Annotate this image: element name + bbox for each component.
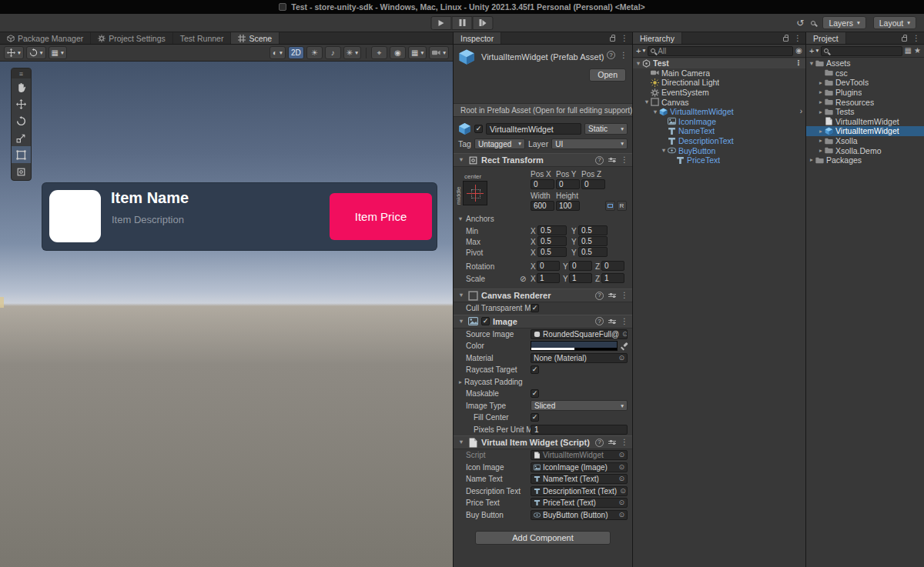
pos-z-field[interactable]: 0 — [581, 179, 605, 189]
maskable-checkbox[interactable]: ✓ — [531, 389, 539, 398]
object-picker-icon[interactable]: ⊙ — [618, 355, 625, 362]
foldout-icon[interactable]: ▼ — [457, 157, 465, 163]
layers-dropdown[interactable]: Layers ▾ — [822, 16, 865, 29]
presets-icon[interactable] — [608, 439, 616, 445]
pause-button[interactable] — [452, 16, 473, 30]
scale-y-field[interactable]: 1 — [569, 273, 592, 283]
kebab-menu-icon[interactable]: ⋮ — [621, 292, 628, 299]
create-asset-button[interactable]: + ▾ — [809, 47, 819, 55]
kebab-menu-icon[interactable]: ⋮ — [621, 35, 628, 42]
kebab-menu-icon[interactable]: ⋮ — [621, 156, 628, 164]
project-item-xsolla-demo[interactable]: ▸ Xsolla.Demo — [806, 145, 924, 155]
pixels-per-unit-field[interactable]: 1 — [531, 425, 628, 435]
favorites-icon[interactable]: ★ — [914, 47, 921, 55]
static-dropdown[interactable]: Static ▾ — [584, 123, 628, 135]
foldout-icon[interactable]: ▼ — [457, 319, 465, 325]
object-picker-icon[interactable]: ⊙ — [618, 475, 625, 482]
presets-icon[interactable] — [608, 319, 616, 325]
price-text-field[interactable]: PriceText (Text) ⊙ — [531, 498, 628, 508]
tab-project[interactable]: Project — [806, 32, 846, 44]
camera-settings-dropdown[interactable]: ▾ — [429, 46, 449, 59]
scale-link-icon[interactable]: ⊘ — [520, 275, 526, 283]
search-icon[interactable] — [811, 21, 815, 25]
snap-settings-button[interactable]: ⌖ — [371, 46, 387, 59]
tab-test-runner[interactable]: Test Runner — [173, 32, 232, 44]
max-y-field[interactable]: 0.5 — [578, 236, 608, 246]
hierarchy-item-descriptiontext[interactable]: DescriptionText — [633, 136, 805, 146]
material-field[interactable]: None (Material) ⊙ — [531, 353, 628, 363]
canvas-renderer-header[interactable]: ▼ Canvas Renderer ? ⋮ — [454, 289, 632, 302]
foldout-icon[interactable]: ▼ — [457, 439, 465, 445]
foldout-icon[interactable]: ▼ — [660, 148, 668, 154]
open-prefab-arrow-icon[interactable]: › — [800, 108, 802, 115]
max-x-field[interactable]: 0.5 — [537, 236, 567, 246]
min-y-field[interactable]: 0.5 — [578, 225, 608, 235]
help-icon[interactable]: ? — [595, 156, 604, 165]
view-tool-button[interactable] — [12, 78, 31, 95]
rotate-tool-button[interactable] — [12, 112, 31, 129]
lighting-toggle-button[interactable]: ☀ — [306, 46, 323, 59]
tag-dropdown[interactable]: Untagged ▾ — [474, 138, 525, 149]
tab-inspector[interactable]: Inspector — [454, 32, 501, 44]
pos-x-field[interactable]: 0 — [531, 179, 554, 189]
shading-mode-dropdown[interactable]: ◐ ▾ — [270, 46, 286, 59]
presets-icon[interactable] — [608, 292, 616, 299]
component-enabled-checkbox[interactable]: ✓ — [481, 317, 490, 325]
foldout-icon[interactable]: ▸ — [817, 109, 825, 115]
foldout-icon[interactable]: ▸ — [808, 157, 815, 163]
project-item-virtualitemwidget-script[interactable]: VirtualItemWidget — [806, 117, 924, 127]
foldout-icon[interactable]: ▼ — [808, 61, 815, 67]
color-field[interactable] — [531, 341, 618, 351]
pos-y-field[interactable]: 0 — [556, 179, 580, 189]
grid-visibility-dropdown[interactable]: ▦ ▾ — [49, 46, 67, 59]
transform-handle-dropdown[interactable]: ▾ — [4, 46, 24, 59]
filter-by-type-icon[interactable]: ▦ — [905, 47, 912, 55]
layer-dropdown[interactable]: UI ▾ — [551, 138, 628, 149]
help-icon[interactable]: ? — [595, 292, 604, 300]
foldout-icon[interactable]: ▼ — [457, 216, 464, 222]
hierarchy-item-eventsystem[interactable]: EventSystem — [633, 88, 805, 98]
object-picker-icon[interactable]: ⊙ — [618, 499, 625, 506]
help-icon[interactable]: ? — [595, 439, 604, 447]
undo-history-icon[interactable]: ↺ — [796, 18, 804, 28]
source-image-field[interactable]: RoundedSquareFull@ ⊙ — [531, 329, 628, 339]
effects-dropdown[interactable]: ✳ ▾ — [343, 46, 361, 59]
presets-icon[interactable] — [608, 157, 616, 163]
virtual-item-widget-preview[interactable]: Item Name Item Description Item Price — [42, 183, 437, 250]
pivot-y-field[interactable]: 0.5 — [578, 247, 608, 257]
scene-picking-icon[interactable]: ◉ — [795, 47, 802, 55]
project-item-plugins[interactable]: ▸ Plugins — [806, 88, 924, 98]
foldout-icon[interactable]: ▼ — [457, 292, 465, 299]
rect-transform-header[interactable]: ▼ Rect Transform ? ⋮ — [454, 153, 632, 167]
project-item-tests[interactable]: ▸ Tests — [806, 107, 924, 117]
raw-edit-mode-button[interactable]: R — [617, 201, 627, 211]
scene-visibility-button[interactable]: ◉ — [390, 46, 406, 59]
buy-button-field[interactable]: BuyButton (Button) ⊙ — [531, 510, 628, 520]
move-tool-button[interactable] — [12, 95, 31, 112]
scale-x-field[interactable]: 1 — [537, 273, 560, 283]
hierarchy-item-virtualitemwidget[interactable]: ▼ VirtualItemWidget › — [633, 107, 805, 117]
rotation-y-field[interactable]: 0 — [569, 261, 592, 271]
foldout-icon[interactable]: ▼ — [643, 99, 651, 105]
scale-tool-button[interactable] — [12, 129, 31, 146]
hierarchy-item-iconimage[interactable]: IconImage — [633, 117, 805, 127]
fill-center-checkbox[interactable]: ✓ — [531, 413, 539, 422]
foldout-icon[interactable]: ▸ — [817, 138, 825, 144]
rotation-x-field[interactable]: 0 — [537, 261, 560, 271]
gizmos-dropdown[interactable]: ▦ ▾ — [408, 46, 427, 59]
object-picker-icon[interactable]: ⊙ — [618, 464, 625, 471]
hierarchy-item-main-camera[interactable]: Main Camera — [633, 68, 805, 78]
width-field[interactable]: 600 — [531, 201, 554, 211]
hierarchy-search-field[interactable]: All — [648, 46, 793, 56]
play-button[interactable] — [431, 16, 452, 30]
tab-hierarchy[interactable]: Hierarchy — [633, 32, 682, 44]
min-x-field[interactable]: 0.5 — [537, 225, 567, 235]
kebab-menu-icon[interactable]: ⋮ — [912, 35, 920, 42]
tab-scene[interactable]: Scene — [231, 32, 280, 44]
blueprint-mode-button[interactable] — [605, 201, 615, 211]
foldout-icon[interactable]: ▸ — [817, 99, 825, 105]
scale-z-field[interactable]: 1 — [601, 273, 624, 283]
create-menu-button[interactable]: + ▾ — [636, 47, 645, 55]
hierarchy-item-test-scene[interactable]: ▼ Test ⋮ — [633, 58, 805, 68]
eyedropper-icon[interactable] — [621, 342, 628, 350]
